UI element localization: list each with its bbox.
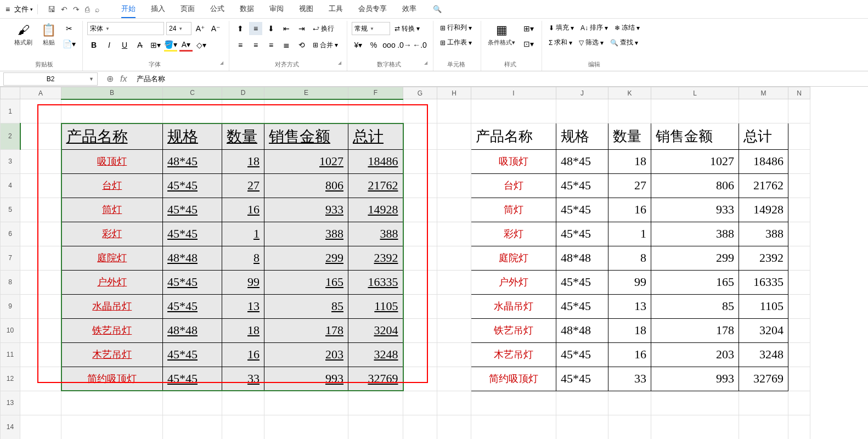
cell-F13[interactable] <box>348 391 403 415</box>
cell-N13[interactable] <box>788 391 810 415</box>
cell-L5[interactable]: 933 <box>651 198 739 222</box>
cell-J5[interactable]: 45*45 <box>556 198 608 222</box>
cell-J12[interactable]: 45*45 <box>556 367 608 391</box>
strike-button[interactable]: A̶ <box>133 38 146 52</box>
fill-color-button[interactable]: 🪣▾ <box>164 38 177 52</box>
cell-B10[interactable]: 铁艺吊灯 <box>61 318 163 342</box>
cell-N7[interactable] <box>788 246 810 270</box>
cell-C1[interactable] <box>163 99 222 123</box>
cell-M10[interactable]: 3204 <box>739 318 788 342</box>
indent-increase-button[interactable]: ⇥ <box>295 22 308 35</box>
cell-N10[interactable] <box>788 318 810 342</box>
cell-H13[interactable] <box>437 391 471 415</box>
cell-C9[interactable]: 45*45 <box>163 294 222 318</box>
col-header-F[interactable]: F <box>348 87 403 99</box>
cell-E7[interactable]: 299 <box>264 246 348 270</box>
cell-J14[interactable] <box>556 415 608 439</box>
cell-F4[interactable]: 21762 <box>348 173 403 198</box>
cell-B5[interactable]: 筒灯 <box>61 198 163 222</box>
cell-M2[interactable]: 总计 <box>739 123 788 150</box>
cell-B3[interactable]: 吸顶灯 <box>61 149 163 173</box>
cell-E4[interactable]: 806 <box>264 173 348 198</box>
cell-D3[interactable]: 18 <box>222 149 264 173</box>
cell-F2[interactable]: 总计 <box>348 123 403 150</box>
cell-G1[interactable] <box>403 99 437 123</box>
tab-页面[interactable]: 页面 <box>181 1 195 18</box>
cell-M8[interactable]: 16335 <box>739 270 788 294</box>
cell-I8[interactable]: 户外灯 <box>471 270 556 294</box>
menu-icon[interactable]: ≡ <box>5 5 10 14</box>
cell-D4[interactable]: 27 <box>222 173 264 198</box>
file-menu[interactable]: 文件 ▾ <box>14 4 33 14</box>
cell-C10[interactable]: 48*48 <box>163 318 222 342</box>
sum-button[interactable]: Σ 求和▾ <box>546 37 574 48</box>
paste-button[interactable]: 📋粘贴 <box>39 22 58 48</box>
cell-G9[interactable] <box>403 294 437 318</box>
col-header-N[interactable]: N <box>788 87 810 99</box>
cell-A5[interactable] <box>20 198 61 222</box>
tab-数据[interactable]: 数据 <box>240 1 254 18</box>
align-top-button[interactable]: ⬆ <box>234 22 247 35</box>
formula-input[interactable]: 产品名称 <box>132 74 868 84</box>
cell-J10[interactable]: 48*48 <box>556 318 608 342</box>
cell-L4[interactable]: 806 <box>651 173 739 198</box>
cell-I1[interactable] <box>471 99 556 123</box>
cell-N2[interactable] <box>788 123 810 150</box>
row-header-7[interactable]: 7 <box>1 246 20 270</box>
cell-A3[interactable] <box>20 149 61 173</box>
col-header-I[interactable]: I <box>471 87 556 99</box>
cell-L14[interactable] <box>651 415 739 439</box>
cell-J4[interactable]: 45*45 <box>556 173 608 198</box>
cut-button[interactable]: ✂ <box>63 22 76 35</box>
select-all-corner[interactable] <box>1 87 20 99</box>
cell-G6[interactable] <box>403 222 437 246</box>
cell-M3[interactable]: 18486 <box>739 149 788 173</box>
comma-button[interactable]: ooo <box>382 38 396 52</box>
cell-K2[interactable]: 数量 <box>608 123 651 150</box>
cell-F8[interactable]: 16335 <box>348 270 403 294</box>
cell-D1[interactable] <box>222 99 264 123</box>
save-icon[interactable]: 🖫 <box>48 5 55 14</box>
increase-decimal-button[interactable]: .0→ <box>398 38 411 52</box>
cell-H1[interactable] <box>437 99 471 123</box>
cell-G5[interactable] <box>403 198 437 222</box>
border-button[interactable]: ⊞▾ <box>149 38 162 52</box>
cell-A9[interactable] <box>20 294 61 318</box>
col-header-G[interactable]: G <box>403 87 437 99</box>
cell-M5[interactable]: 14928 <box>739 198 788 222</box>
number-format-select[interactable]: 常规▼ <box>352 22 390 35</box>
convert-button[interactable]: ⇄ 转换▾ <box>392 23 422 35</box>
cell-C6[interactable]: 45*45 <box>163 222 222 246</box>
cell-A2[interactable] <box>20 123 61 150</box>
cell-H12[interactable] <box>437 367 471 391</box>
cell-H3[interactable] <box>437 149 471 173</box>
cell-K14[interactable] <box>608 415 651 439</box>
cell-H14[interactable] <box>437 415 471 439</box>
row-header-8[interactable]: 8 <box>1 270 20 294</box>
cell-C8[interactable]: 45*45 <box>163 270 222 294</box>
cell-E11[interactable]: 203 <box>264 342 348 367</box>
row-header-4[interactable]: 4 <box>1 173 20 198</box>
align-right-button[interactable]: ≡ <box>264 38 278 52</box>
cell-B1[interactable] <box>61 99 163 123</box>
search-icon[interactable]: 🔍 <box>433 5 442 13</box>
cell-G3[interactable] <box>403 149 437 173</box>
col-header-M[interactable]: M <box>739 87 788 99</box>
cell-I9[interactable]: 水晶吊灯 <box>471 294 556 318</box>
cell-I2[interactable]: 产品名称 <box>471 123 556 150</box>
cell-J1[interactable] <box>556 99 608 123</box>
worksheet-button[interactable]: ⊞ 工作表▾ <box>438 37 474 48</box>
align-bottom-button[interactable]: ⬇ <box>264 22 278 35</box>
cell-K13[interactable] <box>608 391 651 415</box>
cell-D7[interactable]: 8 <box>222 246 264 270</box>
decrease-font-button[interactable]: A⁻ <box>209 22 222 35</box>
cell-H10[interactable] <box>437 318 471 342</box>
cell-I13[interactable] <box>471 391 556 415</box>
cell-A11[interactable] <box>20 342 61 367</box>
cell-G12[interactable] <box>403 367 437 391</box>
row-header-9[interactable]: 9 <box>1 294 20 318</box>
cell-D2[interactable]: 数量 <box>222 123 264 150</box>
cond-format-button[interactable]: ▦条件格式▾ <box>486 22 517 48</box>
align-center-button[interactable]: ≡ <box>249 38 262 52</box>
wrap-button[interactable]: ⮐ 换行 <box>311 23 336 35</box>
